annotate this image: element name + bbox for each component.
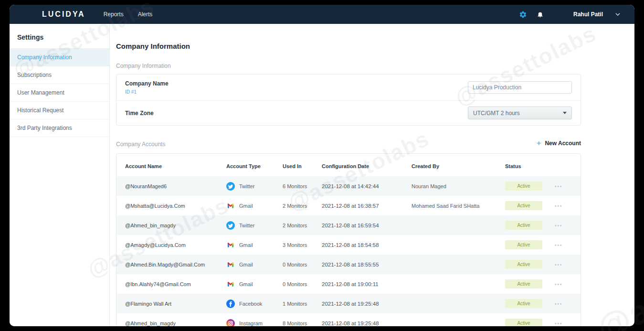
created-by-cell	[408, 313, 501, 326]
account-type-label: Facebook	[239, 301, 262, 307]
row-menu-button[interactable]: •••	[555, 262, 563, 267]
select-caret-icon	[563, 112, 567, 114]
window-frame: LUCIDYA Reports Alerts Rahul Patil	[0, 0, 644, 331]
account-name-cell: @Ahmed_bin_magdy	[116, 313, 222, 326]
table-row: @Ahmed.Bin.Magdy@Gmail.Com Gmail 0 Monit…	[116, 255, 581, 274]
sidebar-item-user-management[interactable]: User Management	[10, 84, 109, 102]
settings-gear-icon[interactable]	[519, 11, 527, 19]
row-menu-button[interactable]: •••	[555, 184, 563, 189]
account-type-label: Twitter	[239, 183, 254, 189]
account-type-label: Gmail	[239, 281, 253, 287]
created-by-cell	[408, 274, 501, 294]
sidebar-item-label: Historical Request	[17, 107, 63, 114]
status-badge: Active	[505, 260, 542, 269]
company-name-row: Company Name ID #1	[116, 75, 581, 100]
sidebar-list: Company Information Subscriptions User M…	[10, 49, 109, 137]
account-type-cell: Twitter	[222, 176, 279, 196]
sidebar-item-company-information[interactable]: Company Information	[10, 49, 109, 66]
new-account-button[interactable]: + New Account	[537, 139, 581, 148]
configuration-date-cell: 2021-12-08 at 19:25:48	[318, 313, 408, 326]
table-row: @Ibn.Alahly74@Gmail.Com Gmail 0 Monitors…	[116, 274, 581, 294]
logo[interactable]: LUCIDYA	[42, 10, 85, 19]
company-accounts-header: Company Accounts + New Account	[116, 139, 581, 148]
status-badge: Active	[505, 319, 542, 326]
status-cell: Active	[501, 235, 551, 255]
configuration-date-cell: 2021-12-08 at 18:55:55	[318, 255, 408, 274]
account-type-cell: Facebook	[222, 294, 279, 313]
table-row: @Ahmed_bin_magdy Twitter 2 Monitors 2021…	[116, 215, 581, 235]
page-title: Company Information	[116, 42, 581, 50]
created-by-cell	[408, 294, 501, 313]
row-menu-button[interactable]: •••	[555, 223, 563, 228]
company-name-input[interactable]	[468, 81, 572, 94]
account-type-cell: Gmail	[222, 196, 279, 215]
table-row: @Ahmed_bin_magdy Instagram 8 Monitors 20…	[116, 313, 581, 326]
row-menu-button[interactable]: •••	[555, 282, 563, 287]
status-badge: Active	[505, 221, 542, 230]
row-menu-button[interactable]: •••	[555, 203, 563, 209]
created-by-cell: Mohamed Saad Farid SHatta	[408, 196, 501, 215]
row-menu-button[interactable]: •••	[555, 301, 563, 307]
user-menu[interactable]: Rahul Patil	[573, 11, 620, 18]
configuration-date-cell: 2021-12-08 at 19:00:11	[318, 274, 408, 294]
app-body: Settings Company Information Subscriptio…	[10, 24, 634, 326]
accounts-table: Account NameAccount TypeUsed InConfigura…	[116, 156, 581, 326]
time-zone-select[interactable]: UTC/GMT 2 hours	[468, 107, 572, 119]
account-type-cell: Instagram	[222, 313, 279, 326]
row-menu-button[interactable]: •••	[555, 243, 563, 248]
account-type-label: Gmail	[239, 242, 253, 248]
time-zone-row: Time Zone UTC/GMT 2 hours	[116, 100, 581, 125]
time-zone-value: UTC/GMT 2 hours	[473, 110, 520, 117]
column-header-configuration-date: Configuration Date	[318, 156, 408, 176]
account-type-label: Gmail	[239, 203, 253, 209]
sidebar-item-3rd-party-integrations[interactable]: 3rd Party Integrations	[10, 119, 109, 137]
status-badge: Active	[505, 240, 542, 249]
configuration-date-cell: 2021-12-08 at 16:38:57	[318, 196, 408, 215]
account-type-label: Gmail	[239, 262, 253, 267]
navbar-right: Rahul Patil	[509, 11, 620, 19]
row-menu-cell: •••	[551, 274, 581, 294]
notifications-bell-icon[interactable]	[537, 11, 544, 18]
nav-item-alerts[interactable]: Alerts	[138, 11, 153, 18]
status-cell: Active	[501, 176, 551, 196]
used-in-cell: 8 Monitors	[279, 313, 318, 326]
status-cell: Active	[501, 196, 551, 215]
account-type-label: Twitter	[239, 223, 254, 228]
row-menu-button[interactable]: •••	[555, 321, 563, 326]
table-row: @Amagdy@Lucidya.Com Gmail 3 Monitors 202…	[116, 235, 581, 255]
gmail-icon	[226, 281, 235, 288]
company-info-section-label: Company Information	[116, 63, 581, 69]
sidebar-item-historical-request[interactable]: Historical Request	[10, 102, 109, 119]
account-type-cell: Twitter	[222, 215, 279, 235]
created-by-cell	[408, 235, 501, 255]
sidebar-item-label: Subscriptions	[17, 72, 52, 78]
status-badge: Active	[505, 182, 542, 191]
table-body: @NouranMaged6 Twitter 6 Monitors 2021-12…	[116, 176, 581, 326]
configuration-date-cell: 2021-12-08 at 16:59:54	[318, 215, 408, 235]
used-in-cell: 2 Monitors	[279, 196, 318, 215]
settings-sidebar: Settings Company Information Subscriptio…	[10, 24, 110, 326]
account-name-cell: @Ahmed.Bin.Magdy@Gmail.Com	[116, 255, 222, 274]
account-name-cell: @Flamingo Wall Art	[116, 294, 222, 313]
used-in-cell: 0 Monitors	[279, 274, 318, 294]
accounts-table-card: Account NameAccount TypeUsed InConfigura…	[116, 153, 581, 326]
sidebar-item-label: 3rd Party Integrations	[17, 125, 72, 131]
sidebar-item-label: Company Information	[17, 54, 72, 61]
new-account-label: New Account	[545, 140, 581, 147]
row-menu-cell: •••	[551, 294, 581, 313]
sidebar-item-subscriptions[interactable]: Subscriptions	[10, 66, 109, 84]
status-badge: Active	[505, 279, 542, 288]
status-cell: Active	[501, 294, 551, 313]
created-by-cell	[408, 215, 501, 235]
account-type-label: Instagram	[239, 320, 263, 326]
row-menu-cell: •••	[551, 255, 581, 274]
created-by-cell	[408, 255, 501, 274]
configuration-date-cell: 2021-12-08 at 14:42:44	[318, 176, 408, 196]
table-header-row: Account NameAccount TypeUsed InConfigura…	[116, 156, 581, 176]
column-header-account-name: Account Name	[116, 156, 222, 176]
used-in-cell: 0 Monitors	[279, 255, 318, 274]
table-row: @Mshatta@Lucidya.Com Gmail 2 Monitors 20…	[116, 196, 581, 215]
status-badge: Active	[505, 299, 542, 308]
nav-item-reports[interactable]: Reports	[104, 11, 124, 18]
used-in-cell: 2 Monitors	[279, 215, 318, 235]
